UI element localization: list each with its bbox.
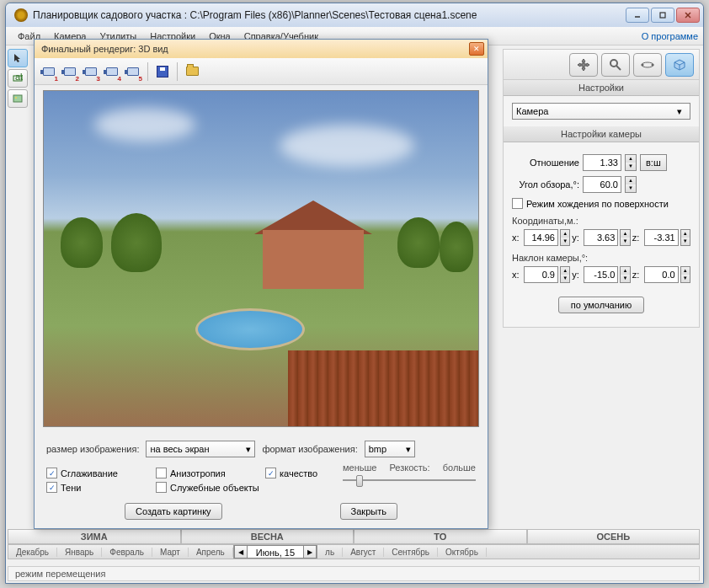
ratio-spinner[interactable]: ▲▼	[625, 154, 637, 171]
z-label: z:	[632, 233, 642, 243]
anisotropy-checkbox[interactable]	[156, 468, 167, 478]
ratio-mode-button[interactable]: в:ш	[640, 154, 667, 171]
open-button[interactable]	[183, 62, 201, 81]
quality-checkbox[interactable]: ✓	[265, 468, 276, 478]
camera-icon	[127, 67, 139, 76]
camera-icon	[43, 67, 55, 76]
month-jan[interactable]: Январь	[57, 548, 102, 557]
month-aug[interactable]: Август	[343, 548, 384, 557]
season-summer[interactable]: ТО	[354, 529, 527, 544]
month-apr[interactable]: Апрель	[189, 548, 233, 557]
smoothing-checkbox[interactable]: ✓	[46, 468, 57, 478]
pan-tool-icon[interactable]	[569, 53, 598, 77]
svg-point-7	[15, 97, 17, 99]
sharpness-label: Резкость:	[390, 462, 430, 473]
service-objects-checkbox[interactable]	[156, 482, 167, 493]
camera-icon	[106, 67, 118, 76]
chevron-down-icon: ▾	[406, 444, 411, 455]
service-objects-label: Служебные объекты	[170, 483, 259, 493]
x-input[interactable]: 14.96	[524, 229, 558, 246]
save-button[interactable]	[153, 62, 172, 81]
month-dec[interactable]: Декабрь	[8, 548, 57, 557]
z-spinner[interactable]: ▲▼	[680, 229, 690, 246]
size-value: на весь экран	[150, 444, 209, 454]
svg-text:ab: ab	[15, 73, 23, 82]
text-tool[interactable]: ab	[8, 69, 28, 88]
tx-input[interactable]: 0.9	[524, 266, 558, 283]
minimize-button[interactable]	[626, 8, 649, 23]
svg-point-12	[652, 63, 654, 66]
chevron-down-icon: ▾	[246, 444, 251, 455]
season-winter[interactable]: ЗИМА	[8, 529, 181, 544]
image-tool[interactable]	[8, 89, 28, 108]
svg-rect-6	[13, 95, 22, 102]
dialog-close-button[interactable]: ✕	[469, 42, 484, 56]
tz-label: z:	[632, 270, 642, 280]
ty-label: y:	[572, 270, 582, 280]
season-spring[interactable]: ВЕСНА	[181, 529, 354, 544]
z-input[interactable]: -3.31	[644, 229, 679, 246]
month-feb[interactable]: Февраль	[102, 548, 152, 557]
orbit-tool-icon[interactable]	[633, 53, 662, 77]
camera-5-button[interactable]: 5	[124, 62, 142, 81]
fov-input[interactable]: 60.0	[583, 176, 621, 193]
fov-spinner[interactable]: ▲▼	[625, 176, 637, 193]
walk-mode-label: Режим хождения по поверхности	[526, 199, 669, 209]
season-autumn[interactable]: ОСЕНЬ	[527, 529, 701, 544]
camera-4-button[interactable]: 4	[103, 62, 121, 81]
ty-input[interactable]: -15.0	[584, 266, 618, 283]
month-jul[interactable]: ль	[317, 548, 343, 557]
camera-3-button[interactable]: 3	[82, 62, 100, 81]
coords-title: Координаты,м.:	[512, 216, 690, 226]
month-sep[interactable]: Сентябрь	[384, 548, 438, 557]
walk-mode-checkbox[interactable]	[512, 198, 523, 209]
tx-spinner[interactable]: ▲▼	[560, 266, 570, 283]
settings-header: Настройки	[504, 80, 699, 96]
camera-1-button[interactable]: 1	[40, 62, 58, 81]
ty-spinner[interactable]: ▲▼	[620, 266, 630, 283]
view3d-tool-icon[interactable]	[665, 53, 694, 77]
close-button[interactable]	[676, 8, 700, 23]
shadows-checkbox[interactable]: ✓	[46, 482, 57, 493]
smoothing-label: Сглаживание	[61, 468, 118, 478]
camera-2-button[interactable]: 2	[61, 62, 79, 81]
zoom-tool-icon[interactable]	[601, 53, 630, 77]
tz-spinner[interactable]: ▲▼	[680, 266, 690, 283]
format-select[interactable]: bmp ▾	[365, 441, 415, 457]
default-button[interactable]: по умолчанию	[558, 297, 644, 313]
close-dialog-button[interactable]: Закрыть	[340, 503, 397, 520]
date-next-button[interactable]: ▶	[303, 545, 317, 559]
month-oct[interactable]: Октябрь	[438, 548, 487, 557]
dialog-toolbar: 1 2 3 4 5	[35, 58, 488, 85]
current-date: Июнь, 15	[248, 545, 303, 559]
size-select[interactable]: на весь экран ▾	[146, 441, 255, 457]
more-label: больше	[443, 462, 476, 473]
sharpness-slider[interactable]	[343, 479, 476, 481]
camera-settings-header: Настройки камеры	[504, 126, 699, 142]
window-title: Планировщик садового участка : C:\Progra…	[33, 9, 626, 21]
svg-point-8	[610, 60, 617, 67]
format-value: bmp	[369, 444, 386, 454]
pointer-tool[interactable]	[8, 49, 28, 67]
camera-icon	[64, 67, 76, 76]
tilt-title: Наклон камеры,°:	[512, 253, 690, 263]
ratio-input[interactable]: 1.33	[583, 154, 621, 171]
about-link[interactable]: О программе	[642, 31, 698, 41]
dialog-titlebar: Финальный рендериг: 3D вид ✕	[35, 40, 488, 58]
maximize-button[interactable]	[651, 8, 674, 23]
y-spinner[interactable]: ▲▼	[620, 229, 630, 246]
svg-line-9	[616, 66, 621, 70]
save-icon	[157, 66, 168, 78]
month-mar[interactable]: Март	[152, 548, 189, 557]
create-image-button[interactable]: Создать картинку	[125, 503, 222, 520]
x-label: x:	[512, 233, 522, 243]
toolbar-separator	[177, 62, 178, 81]
slider-thumb[interactable]	[356, 475, 363, 487]
timeline: ЗИМА ВЕСНА ТО ОСЕНЬ Декабрь Январь Февра…	[8, 529, 700, 563]
x-spinner[interactable]: ▲▼	[560, 229, 570, 246]
date-prev-button[interactable]: ◀	[234, 545, 248, 559]
tz-input[interactable]: 0.0	[644, 266, 679, 283]
camera-dropdown[interactable]: Камера ▾	[512, 103, 690, 120]
svg-point-11	[642, 63, 644, 66]
y-input[interactable]: 3.63	[584, 229, 618, 246]
